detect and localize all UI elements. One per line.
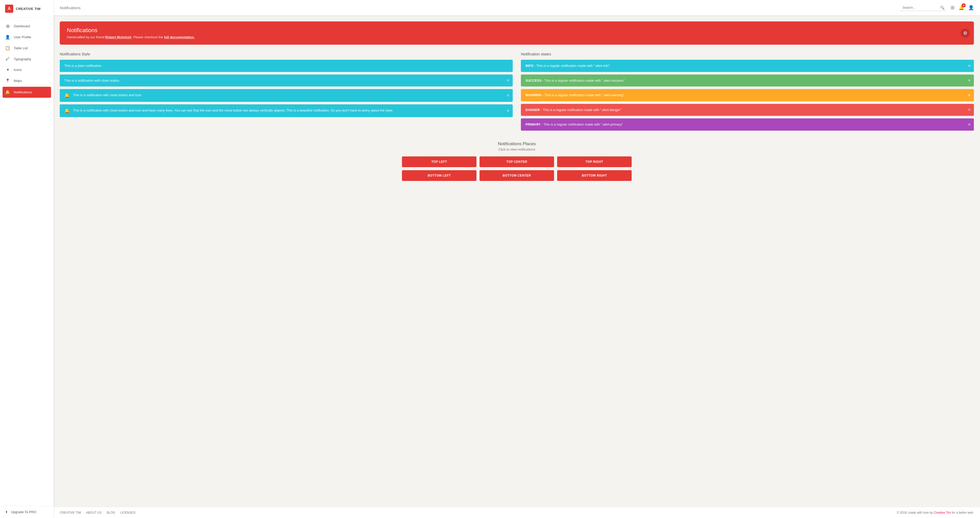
user-avatar-icon[interactable]: 👤 [968,5,974,11]
alert-close-btn[interactable]: ✕ [968,108,971,112]
gear-button[interactable]: ⚙ [961,29,970,38]
alert-text: DANGER - This is a regular notification … [525,107,969,113]
alert-text: INFO - This is a regular notification ma… [525,63,969,68]
sidebar-item-maps[interactable]: 📍 Maps [0,75,54,86]
author-link[interactable]: Robert McIntosh [105,35,131,39]
top-right-button[interactable]: TOP RIGHT [557,156,632,167]
sidebar-item-label: Dashboard [14,24,30,28]
alert-close-btn[interactable]: ✕ [968,93,971,97]
topbar-actions: 🔍 ⊞ 🔔 5 👤 [900,5,974,11]
user-icon: 👤 [5,35,10,40]
sidebar-item-label: User Profile [14,35,31,39]
alert-close-btn[interactable]: ✕ [507,94,510,97]
alert-close-btn[interactable]: ✕ [507,78,510,83]
alert-close-icon: 🔔 This is a notification with close butt… [60,89,513,102]
notifications-grid: Notifications Style This is a plain noti… [60,52,974,133]
sidebar-upgrade[interactable]: ⬆ Upgrade To PRO [0,506,54,518]
notifications-style-title: Notifications Style [60,52,513,56]
places-subtitle: Click to view notifications [60,148,974,151]
footer-link-blog[interactable]: BLOG [107,511,115,515]
bell-icon[interactable]: 🔔 5 [959,5,964,11]
top-center-button[interactable]: TOP CENTER [479,156,554,167]
sidebar: A CREATIVE TIM ⊞ Dashboard 👤 User Profil… [0,0,54,518]
alert-primary: PRIMARY - This is a regular notification… [521,118,974,131]
alert-text: This is a notification with close button… [64,78,508,83]
header-card: Notifications Handcrafted by our friend … [60,21,974,44]
alert-close-button: This is a notification with close button… [60,75,513,87]
topbar: Notifications 🔍 ⊞ 🔔 5 👤 [54,0,980,15]
alert-close-btn[interactable]: ✕ [968,64,971,68]
sidebar-item-notifications[interactable]: 🔔 Notifications [3,87,51,98]
sidebar-item-table-list[interactable]: 📋 Table List [0,43,54,54]
copyright-text: © 2019, made with love by [897,511,934,515]
notifications-icon: 🔔 [5,90,10,95]
sidebar-item-label: Maps [14,79,22,83]
page-footer: CREATIVE TIM ABOUT US BLOG LICENSES © 20… [54,507,980,518]
alert-text: This is a notification with close button… [73,93,508,98]
sidebar-nav: ⊞ Dashboard 👤 User Profile 📋 Table List … [0,17,54,506]
upgrade-label: Upgrade To PRO [11,510,36,514]
alert-danger: DANGER - This is a regular notification … [521,104,974,116]
bottom-left-button[interactable]: BOTTOM LEFT [402,170,476,181]
alert-text: This is a plain notification [64,63,508,68]
header-card-description: Handcrafted by our friend Robert McIntos… [67,35,967,39]
table-icon: 📋 [5,46,10,51]
top-left-button[interactable]: TOP LEFT [402,156,476,167]
alert-label: WARNING [525,93,542,97]
sidebar-item-typography[interactable]: 🖊 Typography [0,54,54,64]
alert-label: INFO [525,64,533,68]
alert-warning: WARNING - This is a regular notification… [521,89,974,101]
footer-creative-tim-link[interactable]: Creative Tim [934,511,951,515]
alert-bell-icon: 🔔 [64,93,70,98]
alert-label: SUCCESS [525,79,542,83]
search-box[interactable]: 🔍 [900,5,947,11]
icons-icon: ✦ [5,67,10,72]
alert-info: INFO - This is a regular notification ma… [521,60,974,72]
alert-label: DANGER [525,108,540,112]
footer-link-licenses[interactable]: LICENSES [120,511,135,515]
alert-success: SUCCESS - This is a regular notification… [521,75,974,87]
bottom-center-button[interactable]: BOTTOM CENTER [479,170,554,181]
search-input[interactable] [902,6,938,10]
sidebar-item-label: Typography [14,57,31,61]
brand-logo: A [5,5,13,13]
description-middle: . Please checkout the [131,35,164,39]
sidebar-item-dashboard[interactable]: ⊞ Dashboard [0,21,54,32]
description-prefix: Handcrafted by our friend [67,35,105,39]
places-section: Notifications Places Click to view notif… [60,141,974,181]
alert-close-btn[interactable]: ✕ [968,122,971,127]
alert-bell-icon: 🔔 [64,108,70,114]
alert-close-btn[interactable]: ✕ [507,109,510,113]
main-content: Notifications 🔍 ⊞ 🔔 5 👤 Notifications [54,0,980,518]
typography-icon: 🖊 [5,57,10,61]
sidebar-brand[interactable]: A CREATIVE TIM [0,0,54,17]
gear-icon: ⚙ [963,30,967,36]
footer-link-about[interactable]: ABOUT US [86,511,102,515]
sidebar-item-label: Icons [14,68,22,72]
footer-link-creative-tim[interactable]: CREATIVE TIM [60,511,81,515]
topbar-title: Notifications [60,6,900,10]
notification-states-title: Notification states [521,52,974,56]
sidebar-item-label: Table List [14,46,28,50]
alert-text: SUCCESS - This is a regular notification… [525,78,969,83]
apps-icon[interactable]: ⊞ [951,5,955,11]
sidebar-item-user-profile[interactable]: 👤 User Profile [0,32,54,43]
bottom-right-button[interactable]: BOTTOM RIGHT [557,170,632,181]
alert-multiline: 🔔 This is a notification with close butt… [60,104,513,117]
sidebar-item-icons[interactable]: ✦ Icons [0,64,54,75]
search-icon: 🔍 [940,6,945,10]
page-content: Notifications Handcrafted by our friend … [54,15,980,507]
doc-link[interactable]: full documentation. [164,35,195,39]
notifications-style-section: Notifications Style This is a plain noti… [60,52,513,133]
copyright-suffix: for a better web. [951,511,974,515]
dashboard-icon: ⊞ [5,24,10,29]
alert-close-btn[interactable]: ✕ [968,78,971,83]
footer-links: CREATIVE TIM ABOUT US BLOG LICENSES [60,511,135,515]
alert-label: PRIMARY [525,122,541,126]
notification-states-section: Notification states INFO - This is a reg… [521,52,974,133]
notification-badge: 5 [962,3,966,7]
alert-text: PRIMARY - This is a regular notification… [525,122,969,127]
sidebar-item-label: Notifications [14,91,32,94]
alert-text: This is a notification with close button… [73,108,508,113]
places-title: Notifications Places [60,141,974,146]
